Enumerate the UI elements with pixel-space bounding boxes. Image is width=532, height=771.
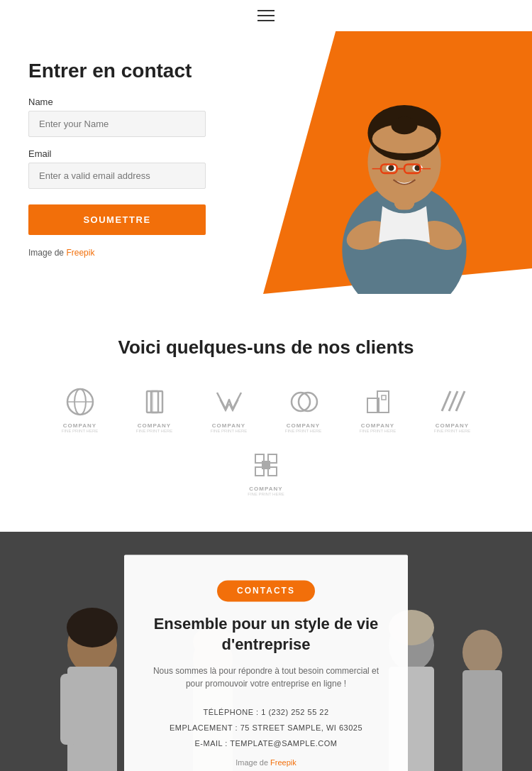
logo-name-1: COMPANY xyxy=(63,422,96,429)
clients-section: Voici quelques-uns de nos clients COMPAN… xyxy=(0,301,532,532)
svg-rect-35 xyxy=(262,461,270,469)
client-logo-2: COMPANY FINE PRINT HERE xyxy=(124,384,184,433)
logo-name-5: COMPANY xyxy=(361,422,394,429)
svg-point-7 xyxy=(391,116,417,134)
logo-sub-5: FINE PRINT HERE xyxy=(360,429,397,433)
logo-sub-1: FINE PRINT HERE xyxy=(62,429,99,433)
freepik-link[interactable]: Freepik xyxy=(66,248,94,258)
logo-name-4: COMPANY xyxy=(287,422,320,429)
logo-icon-6 xyxy=(435,384,470,420)
hamburger-menu[interactable] xyxy=(257,10,275,21)
contacts-pill[interactable]: CONTACTS xyxy=(217,580,315,601)
logo-name-2: COMPANY xyxy=(138,422,171,429)
logo-sub-3: FINE PRINT HERE xyxy=(211,429,248,433)
client-logo-3: COMPANY FINE PRINT HERE xyxy=(199,384,259,433)
logo-icon-2 xyxy=(137,384,172,420)
name-field-group: Name xyxy=(28,97,248,137)
submit-button[interactable]: SOUMETTRE xyxy=(28,204,206,235)
hero-title: Entrer en contact xyxy=(28,60,248,82)
logo-sub-4: FINE PRINT HERE xyxy=(285,429,322,433)
contact-banner-section: CONTACTS Ensemble pour un style de vie d… xyxy=(0,532,532,771)
hero-section: Entrer en contact Name Email SOUMETTRE I… xyxy=(0,31,532,301)
client-logo-7: COMPANY FINE PRINT HERE xyxy=(236,447,297,496)
clients-logos-row: COMPANY FINE PRINT HERE COMPANY FINE PRI… xyxy=(28,384,504,496)
logo-icon-1 xyxy=(62,384,98,420)
contact-location: EMPLACEMENT : 75 STREET SAMPLE, WI 63025 xyxy=(153,721,379,736)
clients-title: Voici quelques-uns de nos clients xyxy=(28,337,504,359)
contact-phone: TÉLÉPHONE : 1 (232) 252 55 22 xyxy=(153,705,379,721)
email-field-group: Email xyxy=(28,148,248,189)
contact-description: Nous sommes là pour répondre à tout beso… xyxy=(153,665,379,691)
logo-sub-6: FINE PRINT HERE xyxy=(434,429,471,433)
name-label: Name xyxy=(28,97,248,107)
email-input[interactable] xyxy=(28,163,206,189)
svg-point-10 xyxy=(388,165,394,171)
contact-heading: Ensemble pour un style de vie d'entrepri… xyxy=(153,614,379,655)
svg-rect-27 xyxy=(382,395,386,400)
contact-card: CONTACTS Ensemble pour un style de vie d… xyxy=(124,554,408,771)
image-credit: Image de Freepik xyxy=(28,248,248,258)
contact-email: E-MAIL : TEMPLATE@SAMPLE.COM xyxy=(153,736,379,752)
person-image xyxy=(291,60,518,294)
banner-freepik-link[interactable]: Freepik xyxy=(270,759,297,767)
email-label: Email xyxy=(28,148,248,159)
logo-icon-7 xyxy=(248,447,284,483)
name-input[interactable] xyxy=(28,111,206,137)
logo-name-6: COMPANY xyxy=(436,422,469,429)
banner-credit: Image de Freepik xyxy=(153,759,379,767)
client-logo-4: COMPANY FINE PRINT HERE xyxy=(273,384,333,433)
client-logo-1: COMPANY FINE PRINT HERE xyxy=(50,384,110,433)
logo-name-3: COMPANY xyxy=(212,422,245,429)
client-logo-5: COMPANY FINE PRINT HERE xyxy=(348,384,408,433)
logo-icon-3 xyxy=(211,384,247,420)
logo-sub-2: FINE PRINT HERE xyxy=(136,429,173,433)
logo-icon-4 xyxy=(286,384,321,420)
hero-form-content: Entrer en contact Name Email SOUMETTRE I… xyxy=(28,60,248,258)
logo-icon-5 xyxy=(360,384,396,420)
navigation xyxy=(0,0,532,31)
logo-sub-7: FINE PRINT HERE xyxy=(248,492,284,496)
contact-details: TÉLÉPHONE : 1 (232) 252 55 22 EMPLACEMEN… xyxy=(153,705,379,752)
hero-visual xyxy=(234,31,532,294)
logo-name-7: COMPANY xyxy=(249,486,282,492)
client-logo-6: COMPANY FINE PRINT HERE xyxy=(422,384,482,433)
